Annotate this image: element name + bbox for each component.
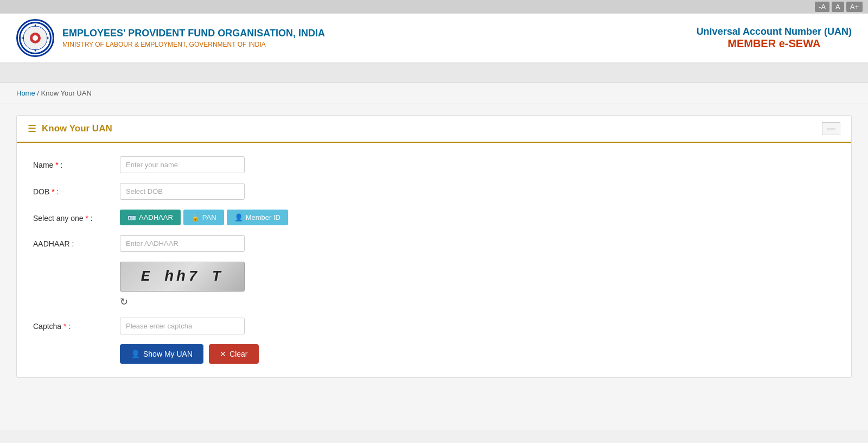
name-label: Name * : xyxy=(33,156,120,169)
select-required: * xyxy=(86,214,91,223)
dob-input[interactable] xyxy=(120,183,245,200)
clear-button[interactable]: ✕ Clear xyxy=(209,344,258,364)
member-id-toggle-btn[interactable]: 👤 Member ID xyxy=(227,210,288,225)
captcha-image-row: E hh7 T ↻ xyxy=(33,262,835,308)
dob-row: DOB * : xyxy=(33,183,835,200)
captcha-input-row: Captcha * : xyxy=(33,318,835,334)
header: EMPLOYEES' PROVIDENT FUND ORGANISATION, … xyxy=(0,14,868,64)
id-type-toggle-group: 🪪 AADHAAR 🔒 PAN 👤 Member ID xyxy=(120,210,288,225)
dob-required: * xyxy=(52,187,56,196)
select-type-label: Select any one * : xyxy=(33,210,120,223)
aadhaar-toggle-btn[interactable]: 🪪 AADHAAR xyxy=(120,210,181,225)
svg-point-3 xyxy=(33,35,38,41)
id-card-icon: 🪪 xyxy=(127,213,136,221)
captcha-area: E hh7 T ↻ xyxy=(120,262,245,308)
esewa-title: MEMBER e-SEWA xyxy=(697,37,852,50)
uan-title: Universal Account Number (UAN) xyxy=(697,26,852,37)
captcha-image-label-spacer xyxy=(33,262,120,266)
breadcrumb-home[interactable]: Home xyxy=(16,89,35,97)
epfo-logo xyxy=(16,19,54,57)
name-required: * xyxy=(55,161,60,169)
know-your-uan-card: ☰ Know Your UAN — Name * : DOB * : xyxy=(16,115,852,378)
collapse-button[interactable]: — xyxy=(822,122,840,135)
dob-label: DOB * : xyxy=(33,183,120,196)
breadcrumb: Home / Know Your UAN xyxy=(0,83,868,104)
card-header: ☰ Know Your UAN — xyxy=(17,116,851,143)
select-type-row: Select any one * : 🪪 AADHAAR 🔒 PAN 👤 Mem… xyxy=(33,210,835,225)
form-body: Name * : DOB * : Select any one * : xyxy=(17,143,851,377)
aadhaar-row: AADHAAR : xyxy=(33,235,835,252)
captcha-required: * xyxy=(63,322,68,331)
header-left: EMPLOYEES' PROVIDENT FUND ORGANISATION, … xyxy=(16,19,325,57)
name-input[interactable] xyxy=(120,156,245,173)
times-icon: ✕ xyxy=(220,350,226,358)
decrease-font-btn[interactable]: -A xyxy=(815,2,829,12)
captcha-refresh-btn[interactable]: ↻ xyxy=(120,296,245,308)
org-name: EMPLOYEES' PROVIDENT FUND ORGANISATION, … xyxy=(62,28,325,39)
person-icon: 👤 xyxy=(234,213,243,221)
captcha-input[interactable] xyxy=(120,318,245,334)
captcha-image: E hh7 T xyxy=(120,262,245,292)
normal-font-btn[interactable]: A xyxy=(832,2,844,12)
pan-toggle-btn[interactable]: 🔒 PAN xyxy=(183,210,224,225)
aadhaar-input[interactable] xyxy=(120,235,245,252)
lock-icon: 🔒 xyxy=(191,213,200,221)
user-icon: 👤 xyxy=(131,350,140,358)
header-right: Universal Account Number (UAN) MEMBER e-… xyxy=(697,26,852,50)
logo-inner xyxy=(19,22,52,54)
main-content: ☰ Know Your UAN — Name * : DOB * : xyxy=(0,104,868,430)
increase-font-btn[interactable]: A+ xyxy=(846,2,863,12)
accessibility-bar: -A A A+ xyxy=(0,0,868,14)
card-title: Know Your UAN xyxy=(42,123,112,134)
org-info: EMPLOYEES' PROVIDENT FUND ORGANISATION, … xyxy=(62,28,325,48)
hamburger-icon: ☰ xyxy=(28,123,36,135)
card-title-area: ☰ Know Your UAN xyxy=(28,123,112,135)
nav-bar xyxy=(0,64,868,83)
breadcrumb-current: Know Your UAN xyxy=(41,89,92,97)
name-row: Name * : xyxy=(33,156,835,173)
org-sub: MINISTRY OF LABOUR & EMPLOYMENT, GOVERNM… xyxy=(62,41,325,48)
show-my-uan-button[interactable]: 👤 Show My UAN xyxy=(120,344,203,364)
action-buttons: 👤 Show My UAN ✕ Clear xyxy=(120,344,835,364)
captcha-label: Captcha * : xyxy=(33,318,120,331)
aadhaar-field-label: AADHAAR : xyxy=(33,235,120,248)
breadcrumb-separator: / xyxy=(37,89,39,97)
